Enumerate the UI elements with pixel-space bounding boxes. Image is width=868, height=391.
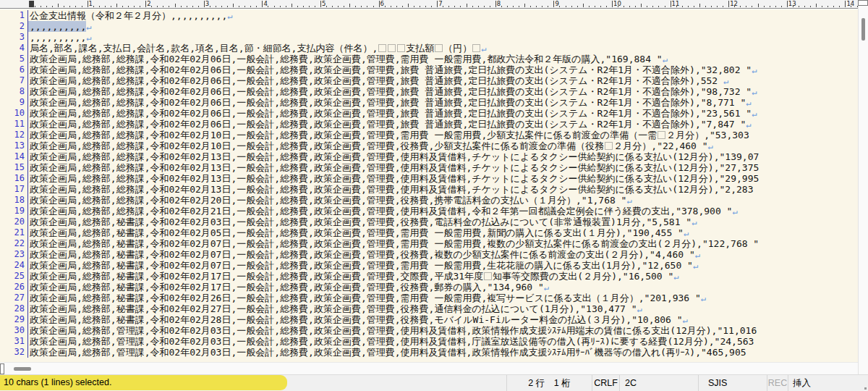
line-text: 政策企画局,総務部,総務課,令和02年02月06日,一般会計,総務費,政策企画費… [28,119,746,130]
ruler-tick [134,6,135,7]
ruler-tick [612,1,613,7]
ruler-number: 1 [89,0,93,7]
eol-mark: ↵ [752,65,757,75]
ruler-tick [799,6,799,7]
line-number: 30 [0,325,28,336]
editor-line[interactable]: 13政策企画局,総務部,総務課,令和02年02月10日,一般会計,総務費,政策企… [0,140,858,151]
editor-line[interactable]: 7政策企画局,総務部,総務課,令和02年02月06日,一般会計,総務費,政策企画… [0,75,858,86]
ruler-tick [46,6,47,7]
eol-mark: ↵ [752,87,757,97]
ruler-tick [349,4,350,7]
ruler-tick [600,6,601,7]
ruler-tick [454,6,455,7]
ruler-tick [420,6,420,7]
line-number: 32 [0,347,28,358]
ruler-tick [286,6,286,7]
vertical-scrollbar-thumb[interactable] [861,18,865,41]
ruler-tick [775,6,776,7]
editor-line[interactable]: 29政策企画局,総務部,秘書課,令和02年02月28日,一般会計,総務費,政策企… [0,314,858,325]
ruler-tick [58,4,59,7]
ruler-tick [845,1,846,7]
editor-line[interactable]: 8政策企画局,総務部,総務課,令和02年02月06日,一般会計,総務費,政策企画… [0,86,858,97]
editor-line[interactable]: 27政策企画局,総務部,秘書課,令和02年02月26日,一般会計,総務費,政策企… [0,293,858,303]
ruler-tick [501,6,502,7]
editor-line[interactable]: 17政策企画局,総務部,総務課,令和02年02月13日,一般会計,総務費,政策企… [0,184,858,195]
fullwidth-space-mark [472,44,480,52]
ruler-tick [629,6,630,7]
editor-line[interactable]: 15政策企画局,総務部,総務課,令和02年02月13日,一般会計,総務費,政策企… [0,162,858,173]
ruler-tick [29,1,30,7]
editor-line[interactable]: 23政策企画局,総務部,秘書課,令和02年02月07日,一般会計,総務費,政策企… [0,249,858,260]
horizontal-scrollbar[interactable] [0,362,858,374]
ruler-tick [221,6,222,7]
status-rec-indicator: REC [767,375,788,391]
editor-line[interactable]: 10政策企画局,総務部,総務課,令和02年02月06日,一般会計,総務費,政策企… [0,108,858,119]
editor-line[interactable]: 31政策企画局,総務部,管理課,令和02年02月03日,一般会計,総務費,政策企… [0,336,858,347]
line-text: 政策企画局,総務部,秘書課,令和02年02月07日,一般会計,総務費,政策企画費… [28,260,693,271]
editor-line[interactable]: 12政策企画局,総務部,総務課,令和02年02月10日,一般会計,総務費,政策企… [0,130,858,140]
editor-line[interactable]: 32政策企画局,総務部,管理課,令和02年02月03日,一般会計,総務費,政策企… [0,347,858,358]
editor-line[interactable]: 5政策企画局,総務部,総務課,令和02年02月06日,一般会計,総務費,政策企画… [0,54,858,64]
editor-line[interactable]: 22政策企画局,総務部,秘書課,令和02年02月07日,一般会計,総務費,政策企… [0,238,858,249]
editor-line[interactable]: 2,,,,,,,,,,↵ [0,21,858,32]
ruler-tick [303,6,304,7]
line-number: 21 [0,227,28,238]
editor-line[interactable]: 1公金支出情報（令和２年２月分）,,,,,,,,,,↵ [0,10,858,21]
editor-line[interactable]: 4局名,部名,課名,支払日,会計名,款名,項名,目名,節・細節名,支払内容（件名… [0,43,858,54]
ruler-tick [344,6,344,7]
line-number: 1 [0,10,28,21]
pane-split-box-left[interactable] [0,363,4,374]
ruler-tick [711,6,712,7]
ruler-tick [443,6,443,7]
ruler-tick [513,6,514,7]
ruler-tick [437,1,438,7]
ruler-tick [467,4,467,7]
editor-line[interactable]: 19政策企画局,総務部,総務課,令和02年02月21日,一般会計,総務費,政策企… [0,206,858,216]
ruler-tick [116,4,117,7]
editor-line[interactable]: 28政策企画局,総務部,秘書課,令和02年02月27日,一般会計,総務費,政策企… [0,303,858,314]
horizontal-scrollbar-thumb[interactable] [14,367,31,371]
editor-line[interactable]: 24政策企画局,総務部,秘書課,令和02年02月07日,一般会計,総務費,政策企… [0,260,858,271]
vertical-scrollbar[interactable] [858,6,868,374]
selected-text: ,,,,,,,,,, [28,21,86,32]
editor-line[interactable]: 6政策企画局,総務部,総務課,令和02年02月06日,一般会計,総務費,政策企画… [0,64,858,75]
ruler-tick [250,6,251,7]
ruler-tick [589,6,590,7]
editor-line[interactable]: 16政策企画局,総務部,総務課,令和02年02月13日,一般会計,総務費,政策企… [0,173,858,184]
line-text: 局名,部名,課名,支払日,会計名,款名,項名,目名,節・細節名,支払内容（件名）… [28,43,481,54]
ruler-tick [787,1,788,7]
editor-line[interactable]: 14政策企画局,総務部,総務課,令和02年02月13日,一般会計,総務費,政策企… [0,151,858,162]
editor-line[interactable]: 21政策企画局,総務部,秘書課,令和02年02月05日,一般会計,総務費,政策企… [0,227,858,238]
editor-line[interactable]: 18政策企画局,総務部,総務課,令和02年02月20日,一般会計,総務費,政策企… [0,195,858,206]
ruler-tick [414,6,414,7]
eol-mark: ↵ [746,119,751,130]
ruler-number: 2 [147,0,150,7]
editor-line[interactable]: 25政策企画局,総務部,秘書課,令和02年02月17日,一般会計,総務費,政策企… [0,271,858,282]
pane-split-box-top[interactable] [858,0,868,6]
eol-mark: ↵ [227,11,232,21]
resize-grip[interactable] [864,387,867,390]
fullwidth-space-mark [658,131,665,139]
ruler-tick [157,6,158,7]
ruler-tick [652,6,653,7]
editor-line[interactable]: 30政策企画局,総務部,管理課,令和02年02月03日,一般会計,総務費,政策企… [0,325,858,336]
editor-area[interactable]: 1公金支出情報（令和２年２月分）,,,,,,,,,,↵2,,,,,,,,,,↵3… [0,9,858,362]
line-number: 13 [0,140,28,151]
editor-line[interactable]: 11政策企画局,総務部,総務課,令和02年02月06日,一般会計,総務費,政策企… [0,119,858,130]
ruler-tick [717,6,718,7]
ruler-tick [268,6,268,7]
line-text: 政策企画局,総務部,総務課,令和02年02月20日,一般会計,総務費,政策企画費… [28,195,626,206]
eol-mark: ↵ [692,217,697,227]
ruler-tick [402,6,403,7]
editor-line[interactable]: 26政策企画局,総務部,秘書課,令和02年02月17日,一般会計,総務費,政策企… [0,282,858,293]
editor-line[interactable]: 3,,,,,,,,,,↵ [0,32,858,43]
line-number: 20 [0,216,28,227]
editor-line[interactable]: 20政策企画局,総務部,秘書課,令和02年02月03日,一般会計,総務費,政策企… [0,216,858,227]
line-number: 27 [0,293,28,303]
line-number: 31 [0,336,28,347]
line-number: 11 [0,119,28,130]
ruler-tick [192,6,193,7]
line-text: 政策企画局,総務部,総務課,令和02年02月06日,一般会計,総務費,政策企画費… [28,108,752,119]
ruler-tick [641,4,642,7]
editor-line[interactable]: 9政策企画局,総務部,総務課,令和02年02月06日,一般会計,総務費,政策企画… [0,97,858,108]
